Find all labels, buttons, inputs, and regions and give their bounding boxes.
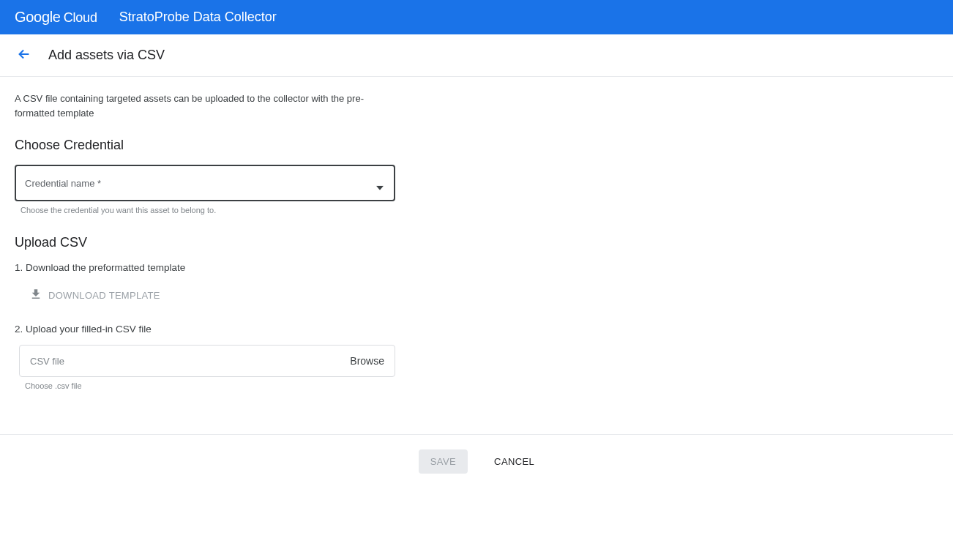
page-header: Add assets via CSV (0, 34, 953, 77)
download-template-label: DOWNLOAD TEMPLATE (48, 290, 160, 301)
credential-select[interactable]: Credential name * (15, 165, 395, 201)
credential-helper-text: Choose the credential you want this asse… (20, 206, 395, 214)
download-template-button[interactable]: DOWNLOAD TEMPLATE (26, 283, 163, 307)
footer-actions: SAVE CANCEL (0, 435, 953, 488)
logo-cloud-text: Cloud (64, 10, 97, 26)
logo-google-text: Google (15, 9, 61, 26)
page-description: A CSV file containing targeted assets ca… (15, 92, 366, 120)
step-1-label: 1. Download the preformatted template (15, 262, 395, 273)
caret-down-icon (376, 181, 384, 193)
google-cloud-logo: Google Cloud (15, 9, 97, 26)
download-icon (29, 288, 42, 303)
csv-file-helper: Choose .csv file (25, 381, 395, 390)
csv-file-input[interactable]: CSV file Browse (19, 345, 395, 377)
upload-csv-heading: Upload CSV (15, 235, 395, 250)
top-bar: Google Cloud StratoProbe Data Collector (0, 0, 953, 34)
cancel-button[interactable]: CANCEL (494, 456, 534, 467)
app-title: StratoProbe Data Collector (119, 10, 277, 25)
browse-button[interactable]: Browse (350, 355, 384, 367)
main-content: A CSV file containing targeted assets ca… (0, 77, 410, 405)
back-button[interactable] (15, 45, 34, 66)
page-title: Add assets via CSV (48, 48, 165, 63)
csv-file-placeholder: CSV file (30, 356, 64, 367)
save-button[interactable]: SAVE (419, 449, 468, 474)
step-2-label: 2. Upload your filled-in CSV file (15, 324, 395, 335)
choose-credential-heading: Choose Credential (15, 138, 395, 153)
arrow-left-icon (16, 46, 32, 64)
credential-select-label: Credential name * (25, 178, 101, 189)
